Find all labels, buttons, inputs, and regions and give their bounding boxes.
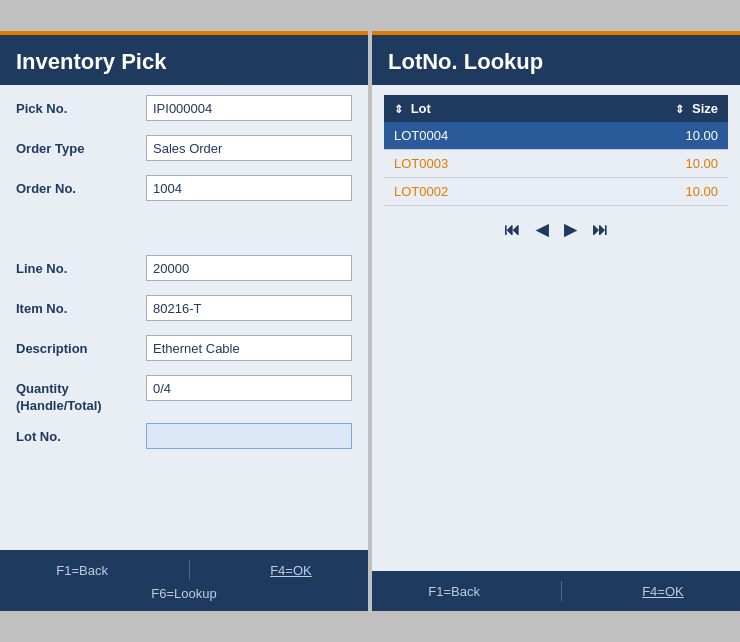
line-no-label: Line No. [16,255,146,276]
footer-row-2: F6=Lookup [16,586,352,601]
right-title-text: LotNo. Lookup [388,49,543,74]
right-panel-title: LotNo. Lookup [372,31,740,85]
lot-no-input[interactable] [146,423,352,449]
f4-ok-button[interactable]: F4=OK [270,563,312,578]
f1-back-button[interactable]: F1=Back [56,563,108,578]
left-panel-footer: F1=Back F4=OK F6=Lookup [0,550,368,611]
lookup-f4-ok-button[interactable]: F4=OK [642,584,684,599]
table-row[interactable]: LOT0002 10.00 [384,178,728,206]
table-header-row: ⇕ Lot ⇕ Size [384,95,728,122]
order-no-label: Order No. [16,175,146,196]
item-no-row: Item No. [16,295,352,327]
pick-no-input[interactable] [146,95,352,121]
item-no-label: Item No. [16,295,146,316]
right-panel-body: ⇕ Lot ⇕ Size LOT0004 10.00 LOT0003 10.00… [372,85,740,571]
pick-no-label: Pick No. [16,95,146,116]
lot-lookup-table: ⇕ Lot ⇕ Size LOT0004 10.00 LOT0003 10.00… [384,95,728,206]
prev-page-button[interactable]: ◀ [532,218,552,241]
description-label: Description [16,335,146,356]
lookup-footer-row-1: F1=Back F4=OK [388,581,724,601]
left-title-text: Inventory Pick [16,49,166,74]
lookup-footer-divider [561,581,562,601]
last-page-button[interactable]: ⏭ [588,219,612,241]
line-no-input[interactable] [146,255,352,281]
line-no-row: Line No. [16,255,352,287]
order-type-row: Order Type [16,135,352,167]
next-page-button[interactable]: ▶ [560,218,580,241]
order-type-label: Order Type [16,135,146,156]
lot-cell: LOT0002 [384,178,571,206]
table-row[interactable]: LOT0003 10.00 [384,150,728,178]
description-input[interactable] [146,335,352,361]
size-cell: 10.00 [571,122,728,150]
lot-sort-icon: ⇕ [394,103,403,115]
size-cell: 10.00 [571,150,728,178]
pick-no-row: Pick No. [16,95,352,127]
table-row[interactable]: LOT0004 10.00 [384,122,728,150]
quantity-label: Quantity(Handle/Total) [16,375,146,415]
f6-lookup-button[interactable]: F6=Lookup [151,586,216,601]
size-cell: 10.00 [571,178,728,206]
lot-no-row: Lot No. [16,423,352,455]
footer-row-1: F1=Back F4=OK [16,560,352,580]
first-page-button[interactable]: ⏮ [500,219,524,241]
inventory-pick-panel: Inventory Pick Pick No. Order Type Order… [0,31,368,611]
lot-cell: LOT0003 [384,150,571,178]
lot-cell: LOT0004 [384,122,571,150]
item-no-input[interactable] [146,295,352,321]
size-column-header[interactable]: ⇕ Size [571,95,728,122]
right-panel-footer: F1=Back F4=OK [372,571,740,611]
quantity-input[interactable] [146,375,352,401]
order-no-row: Order No. [16,175,352,207]
lotno-lookup-panel: LotNo. Lookup ⇕ Lot ⇕ Size LOT0004 10.0 [372,31,740,611]
quantity-row: Quantity(Handle/Total) [16,375,352,415]
order-no-input[interactable] [146,175,352,201]
lot-no-label: Lot No. [16,423,146,444]
description-row: Description [16,335,352,367]
order-type-input[interactable] [146,135,352,161]
lookup-f1-back-button[interactable]: F1=Back [428,584,480,599]
pagination-controls: ⏮ ◀ ▶ ⏭ [384,218,728,241]
footer-divider [189,560,190,580]
left-panel-body: Pick No. Order Type Order No. Line No. I… [0,85,368,550]
lot-column-header[interactable]: ⇕ Lot [384,95,571,122]
left-panel-title: Inventory Pick [0,31,368,85]
size-sort-icon: ⇕ [675,103,684,115]
spacer-row [16,215,352,247]
